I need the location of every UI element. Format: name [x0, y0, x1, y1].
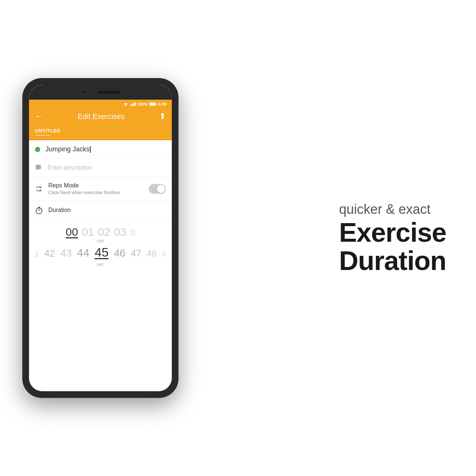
description-field[interactable]: Enter description — [48, 164, 92, 171]
minute-04[interactable]: 0 — [130, 228, 135, 238]
sec-1[interactable]: 1 — [35, 249, 39, 259]
time-display: 6:00 — [158, 102, 167, 106]
duration-row: Duration — [29, 201, 172, 220]
share-button[interactable]: ⬆ — [159, 112, 166, 121]
camera — [81, 90, 86, 95]
sec-48[interactable]: 48 — [147, 248, 157, 259]
status-icons: 100% 6:00 — [123, 102, 167, 106]
reps-mode-row: Reps Mode Click Next when exercise finis… — [29, 177, 172, 201]
minute-00[interactable]: 00 — [66, 226, 78, 238]
reps-subtitle: Click Next when exercise finishes — [48, 190, 144, 195]
time-picker[interactable]: 00 01 02 03 0 min 1 42 43 — [29, 220, 172, 271]
page-container: 100% 6:00 ← Edit Exercises ⬆ — [0, 0, 476, 476]
sec-42[interactable]: 42 — [44, 248, 55, 259]
sec-44[interactable]: 44 — [77, 247, 89, 259]
signal-bar-3 — [133, 103, 134, 106]
reps-text-area: Reps Mode Click Next when exercise finis… — [48, 182, 144, 195]
minutes-picker[interactable]: 00 01 02 03 0 — [29, 226, 172, 238]
speaker — [97, 91, 120, 94]
battery-body — [149, 102, 156, 106]
back-button[interactable]: ← — [35, 112, 43, 121]
exercise-name-row: Jumping Jacks — [29, 140, 172, 159]
battery-tip — [156, 103, 157, 105]
duration-icon — [35, 206, 43, 214]
signal-bar-2 — [132, 104, 133, 106]
sec-46[interactable]: 46 — [114, 247, 125, 259]
seconds-unit-label: sec — [97, 262, 104, 267]
app-bar: ← Edit Exercises ⬆ — [29, 108, 172, 125]
description-row[interactable]: Enter description — [29, 159, 172, 177]
reps-toggle[interactable] — [149, 184, 166, 194]
text-cursor — [90, 146, 91, 153]
battery-fill — [150, 103, 155, 105]
phone-frame: 100% 6:00 ← Edit Exercises ⬆ — [22, 78, 178, 398]
seconds-picker[interactable]: 1 42 43 44 45 46 47 48 4 — [29, 244, 172, 260]
minutes-unit-label: min — [91, 238, 110, 244]
sec-49[interactable]: 4 — [162, 249, 166, 259]
minute-01[interactable]: 01 — [82, 226, 94, 238]
battery-icon — [149, 102, 157, 106]
wifi-icon — [123, 102, 129, 106]
status-bar: 100% 6:00 — [29, 100, 172, 108]
minute-02[interactable]: 02 — [98, 226, 110, 238]
toggle-thumb — [157, 185, 165, 193]
signal-bar-1 — [130, 104, 131, 106]
promo-title-line1: Exercise — [339, 219, 446, 247]
app-bar-title: Edit Exercises — [78, 112, 125, 121]
promo-title-line2: Duration — [339, 247, 446, 275]
sec-43[interactable]: 43 — [60, 247, 72, 259]
svg-rect-0 — [36, 165, 41, 169]
active-indicator — [35, 147, 40, 152]
content-area: Jumping Jacks Enter description — [29, 140, 172, 391]
promo-section: quicker & exact Exercise Duration — [339, 201, 446, 275]
signal-bar-4 — [135, 102, 136, 106]
minute-03[interactable]: 03 — [114, 226, 126, 238]
section-label: UNTITLED — [29, 125, 172, 140]
promo-subtitle: quicker & exact — [339, 201, 446, 217]
phone-screen: 100% 6:00 ← Edit Exercises ⬆ — [29, 85, 172, 391]
exercise-name[interactable]: Jumping Jacks — [45, 145, 90, 153]
reps-title: Reps Mode — [48, 182, 144, 189]
phone-top-bar — [29, 85, 172, 100]
sec-47[interactable]: 47 — [131, 248, 141, 259]
reps-icon — [35, 185, 43, 193]
svg-marker-1 — [36, 169, 38, 171]
signal-bars — [130, 102, 136, 106]
duration-label: Duration — [48, 207, 71, 213]
description-icon — [35, 164, 42, 171]
sec-45[interactable]: 45 — [94, 245, 109, 260]
battery-percent: 100% — [137, 102, 148, 106]
